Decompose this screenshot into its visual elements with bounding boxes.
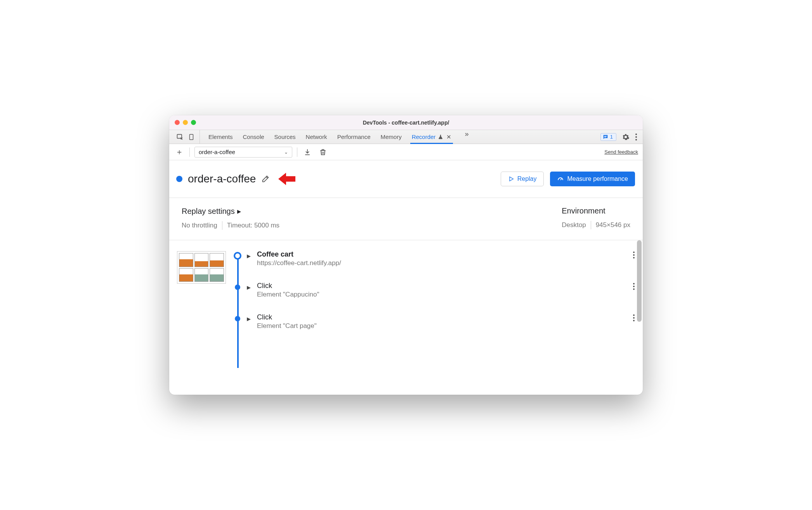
svg-point-4 xyxy=(635,134,637,135)
new-recording-icon[interactable]: ＋ xyxy=(174,147,185,157)
tab-elements[interactable]: Elements xyxy=(208,130,233,144)
chevron-down-icon: ⌄ xyxy=(284,149,288,155)
window-title: DevTools - coffee-cart.netlify.app/ xyxy=(169,120,643,126)
timeout-value: Timeout: 5000 ms xyxy=(227,222,279,229)
tab-network[interactable]: Network xyxy=(306,130,327,144)
recorder-toolbar: ＋ order-a-coffee ⌄ Send feedback xyxy=(169,144,643,160)
devtools-window: DevTools - coffee-cart.netlify.app/ Elem… xyxy=(169,115,643,395)
step-subtitle: https://coffee-cart.netlify.app/ xyxy=(257,259,619,267)
svg-point-8 xyxy=(633,254,635,256)
svg-point-7 xyxy=(633,252,635,253)
svg-rect-0 xyxy=(177,134,182,138)
step-subtitle: Element "Cart page" xyxy=(257,322,619,330)
timeline-line xyxy=(237,254,239,368)
toolbar-separator xyxy=(189,147,190,157)
step-menu-icon[interactable] xyxy=(633,314,635,322)
steps-panel: ▶ Coffee cart https://coffee-cart.netlif… xyxy=(169,240,643,395)
window-zoom-dot[interactable] xyxy=(191,120,196,125)
throttling-value: No throttling xyxy=(182,222,217,229)
chat-icon xyxy=(602,134,609,140)
step-menu-icon[interactable] xyxy=(633,283,635,290)
svg-rect-2 xyxy=(604,136,607,136)
svg-point-15 xyxy=(633,320,635,321)
window-minimize-dot[interactable] xyxy=(183,120,188,125)
replay-settings-label: Replay settings xyxy=(182,207,235,216)
send-feedback-link[interactable]: Send feedback xyxy=(604,149,638,155)
svg-point-10 xyxy=(633,283,635,284)
toolbar-separator xyxy=(297,147,297,157)
step-thumbnail xyxy=(177,251,226,284)
window-close-dot[interactable] xyxy=(175,120,180,125)
step-title: Click xyxy=(257,313,619,321)
inspect-icon[interactable] xyxy=(176,133,184,141)
header-buttons: Replay Measure performance xyxy=(501,172,635,186)
recording-status-dot xyxy=(176,176,182,182)
replay-settings-values: No throttling Timeout: 5000 ms xyxy=(182,221,279,230)
recording-header: order-a-coffee Replay Measure performanc… xyxy=(169,160,643,198)
svg-point-11 xyxy=(633,286,635,287)
timeline-node-icon xyxy=(234,252,241,260)
more-tabs-icon[interactable]: » xyxy=(462,130,472,144)
gauge-icon xyxy=(557,175,564,182)
divider xyxy=(222,221,222,230)
recording-title-group: order-a-coffee xyxy=(176,171,296,187)
replay-button[interactable]: Replay xyxy=(501,172,544,186)
settings-gear-icon[interactable] xyxy=(622,133,630,141)
timeline-node-icon xyxy=(235,284,240,290)
close-tab-icon[interactable]: ✕ xyxy=(446,134,451,141)
timeline: ▶ Coffee cart https://coffee-cart.netlif… xyxy=(234,250,635,345)
replay-settings-toggle[interactable]: Replay settings ▸ xyxy=(182,206,279,216)
svg-point-13 xyxy=(633,314,635,316)
chevron-right-icon: ▸ xyxy=(237,206,241,216)
svg-rect-3 xyxy=(604,137,606,137)
chevron-right-icon[interactable]: ▶ xyxy=(247,253,251,259)
svg-point-12 xyxy=(633,288,635,290)
chevron-right-icon[interactable]: ▶ xyxy=(247,284,251,290)
svg-rect-1 xyxy=(190,134,193,140)
window-traffic-lights xyxy=(175,120,196,125)
panel-tabs: Elements Console Sources Network Perform… xyxy=(200,130,600,144)
play-icon xyxy=(508,176,514,182)
tab-sources[interactable]: Sources xyxy=(274,130,296,144)
recording-title: order-a-coffee xyxy=(188,173,256,185)
tab-console[interactable]: Console xyxy=(243,130,264,144)
tab-performance[interactable]: Performance xyxy=(337,130,371,144)
tab-recorder-label: Recorder xyxy=(412,134,436,140)
measure-label: Measure performance xyxy=(567,175,628,182)
svg-point-14 xyxy=(633,317,635,319)
flask-icon xyxy=(438,134,443,140)
chevron-right-icon[interactable]: ▶ xyxy=(247,316,251,322)
devtools-tabbar: Elements Console Sources Network Perform… xyxy=(169,130,643,144)
tabbar-right: 1 xyxy=(600,130,643,144)
tab-recorder[interactable]: Recorder ✕ xyxy=(412,130,452,144)
recording-select[interactable]: order-a-coffee ⌄ xyxy=(194,147,292,158)
device-toggle-icon[interactable] xyxy=(188,133,195,141)
timeline-node-icon xyxy=(235,316,240,321)
divider xyxy=(591,221,591,229)
window-titlebar: DevTools - coffee-cart.netlify.app/ xyxy=(169,115,643,130)
svg-point-5 xyxy=(635,136,637,138)
environment-heading: Environment xyxy=(562,206,630,215)
measure-performance-button[interactable]: Measure performance xyxy=(550,172,635,186)
environment-values: Desktop 945×546 px xyxy=(562,221,630,229)
viewport-value: 945×546 px xyxy=(596,221,630,229)
step-item[interactable]: ▶ Click Element "Cart page" xyxy=(247,313,635,330)
annotation-arrow-icon xyxy=(278,171,296,187)
step-item[interactable]: ▶ Click Element "Cappucino" xyxy=(247,282,635,298)
svg-point-9 xyxy=(633,257,635,258)
step-subtitle: Element "Cappucino" xyxy=(257,291,619,298)
scrollbar[interactable] xyxy=(637,240,642,322)
step-title: Click xyxy=(257,282,619,290)
delete-icon[interactable] xyxy=(318,148,328,156)
step-menu-icon[interactable] xyxy=(633,251,635,259)
svg-point-6 xyxy=(635,139,637,141)
issues-badge[interactable]: 1 xyxy=(600,133,616,141)
overflow-menu-icon[interactable] xyxy=(635,133,637,141)
step-title: Coffee cart xyxy=(257,250,619,258)
step-item[interactable]: ▶ Coffee cart https://coffee-cart.netlif… xyxy=(247,250,635,267)
tab-memory[interactable]: Memory xyxy=(381,130,402,144)
environment-label: Environment xyxy=(562,206,605,215)
recording-select-value: order-a-coffee xyxy=(199,149,235,155)
edit-title-icon[interactable] xyxy=(261,175,270,183)
export-icon[interactable] xyxy=(302,148,313,156)
